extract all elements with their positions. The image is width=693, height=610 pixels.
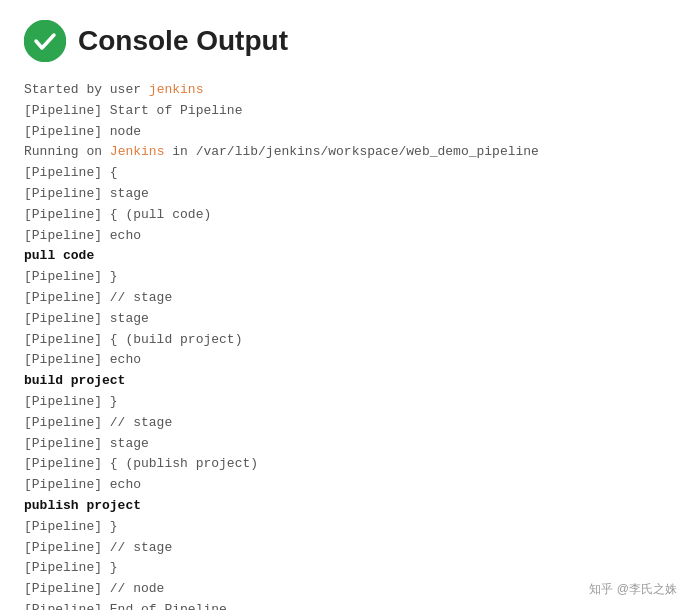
console-line-26: [Pipeline] End of Pipeline bbox=[24, 600, 669, 610]
console-output: Started by user jenkins [Pipeline] Start… bbox=[24, 80, 669, 610]
console-line-18: [Pipeline] stage bbox=[24, 434, 669, 455]
page-container: Console Output Started by user jenkins [… bbox=[0, 0, 693, 610]
console-line-13: [Pipeline] { (build project) bbox=[24, 330, 669, 351]
console-line-22: [Pipeline] } bbox=[24, 517, 669, 538]
line-text-11: [Pipeline] // stage bbox=[24, 290, 172, 305]
console-line-15: build project bbox=[24, 371, 669, 392]
line-suffix-4: in /var/lib/jenkins/workspace/web_demo_p… bbox=[164, 144, 538, 159]
console-line-16: [Pipeline] } bbox=[24, 392, 669, 413]
line-text-19: [Pipeline] { (publish project) bbox=[24, 456, 258, 471]
console-line-8: [Pipeline] echo bbox=[24, 226, 669, 247]
svg-point-1 bbox=[25, 21, 65, 61]
line-prefix-1: Started by user bbox=[24, 82, 149, 97]
watermark: 知乎 @李氏之姝 bbox=[589, 581, 677, 598]
line-text-23: [Pipeline] // stage bbox=[24, 540, 172, 555]
line-text-3: [Pipeline] node bbox=[24, 124, 141, 139]
console-line-14: [Pipeline] echo bbox=[24, 350, 669, 371]
console-line-11: [Pipeline] // stage bbox=[24, 288, 669, 309]
console-line-10: [Pipeline] } bbox=[24, 267, 669, 288]
console-line-24: [Pipeline] } bbox=[24, 558, 669, 579]
line-text-22: [Pipeline] } bbox=[24, 519, 118, 534]
line-text-7: [Pipeline] { (pull code) bbox=[24, 207, 211, 222]
console-line-4: Running on Jenkins in /var/lib/jenkins/w… bbox=[24, 142, 669, 163]
check-circle-icon bbox=[24, 20, 66, 62]
line-text-16: [Pipeline] } bbox=[24, 394, 118, 409]
line-text-18: [Pipeline] stage bbox=[24, 436, 149, 451]
line-text-9: pull code bbox=[24, 248, 94, 263]
line-text-14: [Pipeline] echo bbox=[24, 352, 141, 367]
console-line-17: [Pipeline] // stage bbox=[24, 413, 669, 434]
console-line-5: [Pipeline] { bbox=[24, 163, 669, 184]
console-line-1: Started by user jenkins bbox=[24, 80, 669, 101]
line-text-15: build project bbox=[24, 373, 125, 388]
jenkins-user-link[interactable]: jenkins bbox=[149, 82, 204, 97]
line-text-25: [Pipeline] // node bbox=[24, 581, 164, 596]
line-text-26: [Pipeline] End of Pipeline bbox=[24, 602, 227, 610]
line-text-12: [Pipeline] stage bbox=[24, 311, 149, 326]
console-line-19: [Pipeline] { (publish project) bbox=[24, 454, 669, 475]
console-line-6: [Pipeline] stage bbox=[24, 184, 669, 205]
console-line-7: [Pipeline] { (pull code) bbox=[24, 205, 669, 226]
console-line-25: [Pipeline] // node bbox=[24, 579, 669, 600]
line-text-17: [Pipeline] // stage bbox=[24, 415, 172, 430]
line-text-10: [Pipeline] } bbox=[24, 269, 118, 284]
line-text-6: [Pipeline] stage bbox=[24, 186, 149, 201]
console-line-3: [Pipeline] node bbox=[24, 122, 669, 143]
line-text-8: [Pipeline] echo bbox=[24, 228, 141, 243]
line-text-20: [Pipeline] echo bbox=[24, 477, 141, 492]
line-text-24: [Pipeline] } bbox=[24, 560, 118, 575]
console-line-12: [Pipeline] stage bbox=[24, 309, 669, 330]
jenkins-node-link[interactable]: Jenkins bbox=[110, 144, 165, 159]
page-title: Console Output bbox=[78, 25, 288, 57]
console-line-20: [Pipeline] echo bbox=[24, 475, 669, 496]
console-line-2: [Pipeline] Start of Pipeline bbox=[24, 101, 669, 122]
console-line-23: [Pipeline] // stage bbox=[24, 538, 669, 559]
line-text-5: [Pipeline] { bbox=[24, 165, 118, 180]
page-header: Console Output bbox=[24, 20, 669, 62]
line-text-2: [Pipeline] Start of Pipeline bbox=[24, 103, 242, 118]
console-line-9: pull code bbox=[24, 246, 669, 267]
line-text-13: [Pipeline] { (build project) bbox=[24, 332, 242, 347]
line-prefix-4: Running on bbox=[24, 144, 110, 159]
console-line-21: publish project bbox=[24, 496, 669, 517]
line-text-21: publish project bbox=[24, 498, 141, 513]
